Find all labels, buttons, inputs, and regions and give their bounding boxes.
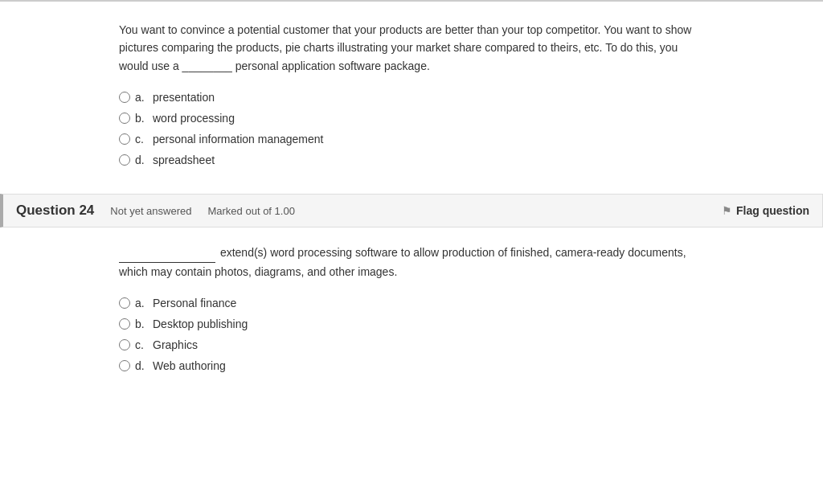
flag-question-button[interactable]: ⚑ Flag question: [722, 204, 809, 217]
option-b-text: word processing: [153, 112, 235, 125]
option-c-text: personal information management: [153, 133, 323, 145]
option-b-radio[interactable]: [119, 113, 130, 124]
q24-option-c-letter: c.: [135, 338, 149, 351]
q24-option-b-text: Desktop publishing: [153, 318, 248, 330]
question-24-section: extend(s) word processing software to al…: [0, 227, 823, 400]
page-container: You want to convince a potential custome…: [0, 0, 823, 504]
marked-out-label: Marked out of 1.00: [207, 205, 294, 217]
q24-options-list: a. Personal finance b. Desktop publishin…: [119, 297, 704, 372]
q24-option-d-letter: d.: [135, 359, 149, 372]
q24-option-a-text: Personal finance: [153, 297, 236, 309]
flag-icon: ⚑: [722, 204, 732, 217]
option-a-radio[interactable]: [119, 92, 130, 103]
option-a-text: presentation: [153, 91, 215, 104]
q24-text: extend(s) word processing software to al…: [119, 244, 704, 281]
list-item: d. spreadsheet: [119, 154, 704, 166]
q24-option-a-radio[interactable]: [119, 297, 130, 309]
blank-underline: [119, 244, 215, 262]
prev-options-list: a. presentation b. word processing c. pe…: [119, 91, 704, 166]
option-d-letter: d.: [135, 154, 149, 166]
list-item: c. personal information management: [119, 133, 704, 145]
list-item: a. Personal finance: [119, 297, 704, 309]
not-answered-label: Not yet answered: [110, 205, 191, 217]
option-a-letter: a.: [135, 91, 149, 104]
question-24-header: Question 24 Not yet answered Marked out …: [0, 194, 823, 227]
option-d-radio[interactable]: [119, 154, 130, 166]
option-b-letter: b.: [135, 112, 149, 125]
option-d-text: spreadsheet: [153, 154, 215, 166]
q24-option-b-radio[interactable]: [119, 318, 130, 330]
list-item: a. presentation: [119, 91, 704, 104]
q24-option-a-letter: a.: [135, 297, 149, 309]
list-item: d. Web authoring: [119, 359, 704, 372]
q24-option-b-letter: b.: [135, 318, 149, 330]
q24-option-c-text: Graphics: [153, 338, 198, 351]
q24-option-d-radio[interactable]: [119, 360, 130, 371]
list-item: b. Desktop publishing: [119, 318, 704, 330]
option-c-letter: c.: [135, 133, 149, 145]
flag-label: Flag question: [736, 204, 809, 217]
q24-option-c-radio[interactable]: [119, 339, 130, 350]
option-c-radio[interactable]: [119, 133, 130, 145]
prev-question-text: You want to convince a potential custome…: [119, 21, 704, 75]
q24-option-d-text: Web authoring: [153, 359, 226, 372]
question-number: Question 24: [16, 203, 94, 219]
prev-question-section: You want to convince a potential custome…: [0, 2, 823, 194]
list-item: c. Graphics: [119, 338, 704, 351]
list-item: b. word processing: [119, 112, 704, 125]
